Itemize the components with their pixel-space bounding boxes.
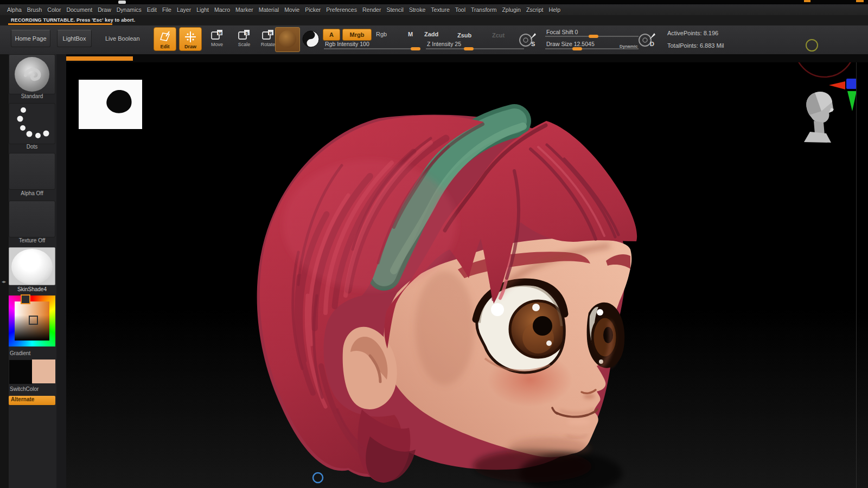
m-toggle-button[interactable]: M	[408, 31, 413, 37]
draw-size-handle[interactable]	[572, 47, 582, 50]
video-top-strip	[0, 0, 868, 4]
menu-item-edit[interactable]: Edit	[147, 7, 157, 13]
canvas-right-divider	[856, 62, 857, 488]
menu-item-brush[interactable]: Brush	[27, 7, 42, 13]
turntable-indicator-circle	[806, 39, 818, 52]
stroke-thumbnail-dots[interactable]	[9, 103, 55, 144]
material-ball-icon[interactable]	[302, 30, 320, 48]
menu-item-file[interactable]: File	[162, 7, 171, 13]
menu-item-movie[interactable]: Movie	[284, 7, 299, 13]
recording-underline	[8, 23, 112, 25]
z-intensity-handle[interactable]	[464, 47, 474, 50]
skinshade-sphere	[11, 249, 53, 285]
label-gradient: Gradient	[9, 350, 56, 356]
edit-icon	[154, 30, 176, 44]
alternate-button[interactable]: Alternate	[9, 396, 55, 405]
axis-z-cube	[846, 79, 857, 89]
svg-text:S: S	[531, 41, 535, 47]
tray-collapse-arrows[interactable]: ◂▸	[2, 279, 6, 284]
svg-text:S: S	[246, 31, 249, 36]
menu-item-transform[interactable]: Transform	[471, 7, 496, 13]
live-boolean-button[interactable]: Live Boolean	[105, 35, 140, 42]
label-alpha-off: Alpha Off	[9, 190, 55, 196]
a-toggle-button[interactable]: A	[323, 29, 340, 41]
rotate-icon: R	[261, 29, 275, 42]
rgb-intensity-slider[interactable]: Rgb Intensity 100	[324, 41, 420, 49]
menu-bar: AlphaBrushColorDocumentDrawDynamicsEditF…	[0, 4, 868, 15]
zsub-toggle-button[interactable]: Zsub	[457, 32, 471, 38]
switch-color-swatches[interactable]	[9, 359, 55, 383]
draw-size-wheel-icon[interactable]: D	[636, 32, 658, 48]
texture-thumbnail-off[interactable]	[9, 201, 55, 237]
zcut-toggle-button[interactable]: Zcut	[492, 32, 505, 38]
material-sphere-icon	[279, 30, 296, 48]
recording-message: RECORDING TURNTABLE. Press 'Esc' key to …	[11, 17, 135, 23]
scale-button[interactable]: S Scale	[232, 29, 256, 47]
main-color-swatch[interactable]	[9, 359, 33, 384]
orientation-head-preview[interactable]	[804, 92, 834, 143]
menu-item-layer[interactable]: Layer	[177, 7, 191, 13]
svg-text:D: D	[650, 41, 654, 47]
canvas-top-strip	[66, 54, 868, 62]
color-picker-cursor	[29, 316, 38, 325]
menu-item-draw[interactable]: Draw	[98, 7, 111, 13]
material-thumbnail-skinshade4[interactable]	[9, 247, 55, 285]
zbrush-app: { "app": "ZBrush sculpting workspace", "…	[0, 0, 868, 488]
menu-item-zscript[interactable]: Zscript	[526, 7, 544, 13]
menu-item-stroke[interactable]: Stroke	[409, 7, 425, 13]
under-chin-shadow-2	[473, 450, 592, 483]
current-material-button[interactable]	[275, 27, 300, 52]
svg-text:M: M	[218, 31, 222, 36]
edit-button[interactable]: Edit	[154, 27, 176, 51]
zadd-toggle-button[interactable]: Zadd	[424, 31, 438, 37]
menu-item-preferences[interactable]: Preferences	[326, 7, 357, 13]
z-intensity-slider[interactable]: Z Intensity 25	[426, 41, 524, 49]
focal-shift-wheel-icon[interactable]: S	[517, 32, 539, 48]
lightbox-button[interactable]: LightBox	[57, 30, 92, 47]
axis-gizmo[interactable]	[829, 79, 857, 111]
menu-item-macro[interactable]: Macro	[214, 7, 230, 13]
focal-shift-slider[interactable]: Focal Shift 0	[545, 29, 639, 37]
focal-shift-handle[interactable]	[589, 35, 598, 38]
menu-item-stencil[interactable]: Stencil	[386, 7, 404, 13]
menu-item-marker[interactable]: Marker	[235, 7, 253, 13]
rgb-intensity-handle[interactable]	[411, 47, 420, 50]
standard-brush-swirl	[15, 57, 49, 92]
menu-item-tool[interactable]: Tool	[455, 7, 465, 13]
menu-item-help[interactable]: Help	[548, 7, 560, 13]
mrgb-toggle-button[interactable]: Mrgb	[342, 29, 372, 41]
alpha-thumbnail-off[interactable]	[9, 153, 55, 190]
draw-icon	[180, 30, 201, 44]
brush-thumbnail-standard[interactable]	[9, 54, 55, 94]
color-picker[interactable]	[9, 296, 55, 346]
menu-item-dynamics[interactable]: Dynamics	[117, 7, 142, 13]
video-marker	[118, 1, 126, 4]
scale-icon: S	[237, 29, 251, 42]
menu-item-texture[interactable]: Texture	[431, 7, 449, 13]
home-page-button[interactable]: Home Page	[11, 30, 50, 47]
menu-item-material[interactable]: Material	[259, 7, 279, 13]
menu-item-picker[interactable]: Picker	[305, 7, 321, 13]
menu-item-color[interactable]: Color	[47, 7, 61, 13]
label-standard: Standard	[9, 93, 55, 99]
draw-button[interactable]: Draw	[179, 27, 202, 51]
menu-item-document[interactable]: Document	[66, 7, 92, 13]
label-switchcolor: SwitchColor	[9, 386, 56, 392]
sculpt-canvas[interactable]	[66, 62, 868, 488]
move-button[interactable]: M Move	[205, 29, 229, 47]
svg-text:R: R	[269, 31, 272, 36]
menu-item-light[interactable]: Light	[196, 7, 209, 13]
secondary-color-swatch[interactable]	[32, 359, 55, 383]
move-icon: M	[210, 29, 224, 42]
menu-item-zplugin[interactable]: Zplugin	[502, 7, 520, 13]
menu-item-render[interactable]: Render	[362, 7, 381, 13]
dynamic-label[interactable]: Dynamic	[620, 44, 637, 49]
main-toolbar: Home Page LightBox Live Boolean Edit Dra…	[0, 25, 868, 54]
scrubber-segment	[804, 0, 810, 2]
rgb-toggle-button[interactable]: Rgb	[376, 31, 387, 37]
label-skinshade4: SkinShade4	[9, 286, 55, 292]
recording-bar: RECORDING TURNTABLE. Press 'Esc' key to …	[0, 15, 868, 25]
menu-item-alpha[interactable]: Alpha	[7, 7, 22, 13]
left-tray-rail: ◂▸	[0, 54, 9, 488]
label-dots: Dots	[9, 144, 55, 150]
